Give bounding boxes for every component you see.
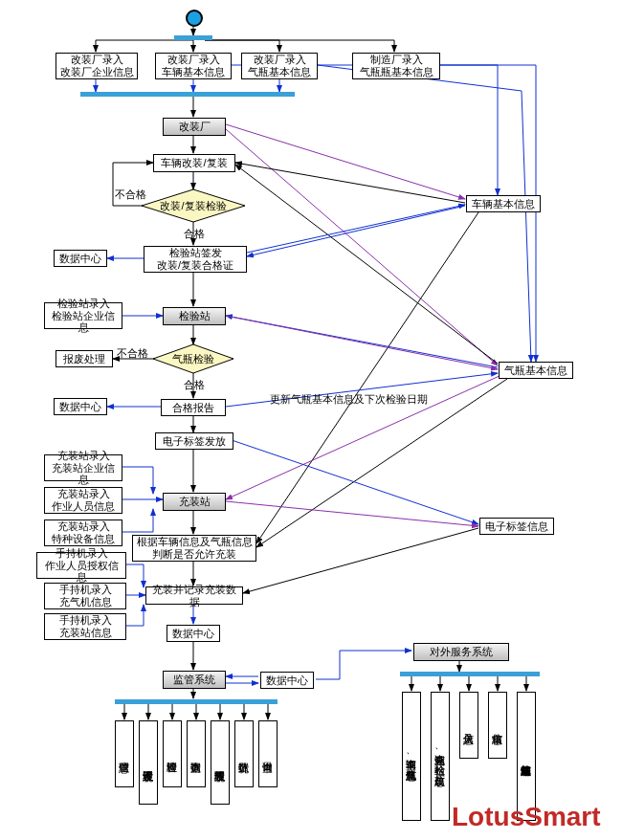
label: 充装站录入充装站企业信息 (48, 450, 119, 486)
label: 数据中心 (59, 401, 101, 413)
fork-ext (400, 672, 540, 676)
datacenter-4: 数据中心 (260, 672, 314, 689)
svg-line-38 (243, 528, 478, 593)
label: 车辆改装/复装 (161, 157, 227, 169)
cert-issue: 检验站签发改装/复装合格证 (144, 246, 247, 273)
label: 检验站 (179, 310, 211, 322)
label: 监管系统 (173, 674, 215, 686)
ext-item-enter: 录入信息 (459, 692, 478, 759)
label: 改装/复装检验 (160, 199, 226, 213)
edge-label-pass-1: 合格 (184, 227, 205, 241)
label: 对外服务系统 (430, 646, 493, 658)
factory-node: 改装厂 (163, 118, 226, 136)
label: 手持机录入充气机信息 (59, 584, 112, 608)
fork-bar-top (174, 35, 212, 40)
input-vehicle-basic: 改装厂录入车辆基本信息 (155, 53, 232, 79)
svg-line-31 (256, 212, 478, 543)
datacenter-1: 数据中心 (54, 250, 107, 267)
svg-line-39 (226, 501, 478, 526)
fill-input-equip: 充装站录入特种设备信息 (44, 519, 122, 546)
ext-item-qstation: 查询充装站、检验站、改装厂信息 (431, 692, 450, 821)
fill-station: 充装站 (163, 493, 226, 511)
label: 充装站 (179, 496, 211, 508)
svg-line-41 (247, 205, 465, 253)
fill-input-worker: 充装站录入作业人员信息 (44, 487, 122, 514)
svg-line-40 (226, 316, 498, 369)
edge-label-pass-2: 合格 (184, 378, 205, 392)
label: 气瓶基本信息 (504, 365, 567, 377)
svg-line-37 (232, 440, 478, 524)
label: 改装厂录入车辆基本信息 (162, 54, 225, 77)
external-service: 对外服务系统 (413, 643, 509, 661)
qual-report: 合格报告 (161, 399, 226, 416)
watermark: LotusSmart (452, 802, 601, 832)
svg-line-30 (247, 206, 465, 256)
label: 改装厂 (179, 121, 211, 133)
ext-item-audit: 审核信息 (488, 692, 507, 759)
sup-item-daily: 日常查询 (258, 720, 278, 787)
hand-input-auth: 手持机录入作业人员授权信息 (36, 552, 126, 579)
input-cylinder-basic: 改装厂录入气瓶基本信息 (241, 53, 318, 79)
label: 根据车辆信息及气瓶信息判断是否允许充装 (137, 536, 253, 560)
hand-input-station: 手持机录入充装站信息 (44, 613, 126, 640)
vehicle-info-box: 车辆基本信息 (466, 195, 541, 212)
ext-item-qvehicle: 查询车辆、气瓶充装信息 (402, 692, 421, 821)
label: 检验站签发改装/复装合格证 (157, 247, 233, 271)
label: 查询车辆、气瓶充装信息 (406, 751, 418, 762)
label: 手持机录入充装站信息 (59, 614, 112, 638)
sup-item-perm: 系统权限管理 (211, 720, 230, 805)
etag-info-box: 电子标签信息 (479, 518, 554, 535)
hand-input-machine: 手持机录入充气机信息 (44, 583, 126, 609)
datacenter-3: 数据中心 (167, 625, 220, 642)
label: 充装并记录充装数据 (149, 584, 239, 608)
label: 电子标签发放 (163, 435, 226, 448)
fill-record: 充装并记录充装数据 (145, 586, 243, 605)
scrap: 报废处理 (56, 350, 113, 367)
edge-label-fail-1: 不合格 (115, 188, 146, 202)
label: 报废处理 (63, 353, 105, 365)
label: 检验站录入检验站企业信息 (48, 298, 119, 334)
edge-update-note: 更新气瓶基本信息及下次检验日期 (270, 392, 428, 407)
sup-item-patrol: 巡检管理 (163, 720, 182, 787)
label: 充装站录入作业人员信息 (52, 488, 115, 512)
svg-line-29 (235, 163, 465, 203)
join-bar-top (80, 92, 295, 97)
supervise-system: 监管系统 (163, 671, 226, 689)
input-factory-enterprise: 改装厂录入改装厂企业信息 (56, 53, 138, 79)
label: 改装厂录入改装厂企业信息 (60, 54, 134, 77)
label: 气瓶检验 (172, 352, 214, 366)
label: 数据中心 (266, 674, 308, 687)
label: 充装站录入特种设备信息 (52, 520, 115, 544)
label: 电子标签信息 (485, 520, 548, 533)
svg-line-28 (226, 129, 498, 365)
label: 制造厂录入气瓶瓶基本信息 (360, 54, 433, 77)
vehicle-modification: 车辆改装/复装 (153, 154, 235, 172)
fork-supervise (115, 699, 278, 704)
label: 数据中心 (172, 628, 214, 640)
label: 手持机录入作业人员授权信息 (40, 547, 122, 584)
sup-item-info: 信息管理 (115, 720, 134, 787)
etag-issue: 电子标签发放 (155, 432, 233, 450)
cylinder-info-box: 气瓶基本信息 (499, 362, 573, 379)
sup-item-query: 数据查询 (187, 720, 206, 787)
label: 车辆基本信息 (472, 198, 535, 210)
sup-item-stat: 数据统计 (234, 720, 254, 787)
label: 改装厂录入气瓶基本信息 (248, 54, 311, 77)
start-node (186, 10, 203, 27)
svg-line-27 (226, 124, 465, 199)
edge-label-fail-2: 不合格 (117, 346, 148, 361)
decision-mod-inspection: 改装/复装检验 (142, 189, 245, 222)
fill-check: 根据车辆信息及气瓶信息判断是否允许充装 (132, 535, 256, 562)
label: 查询充装站、检验站、改装厂信息 (434, 746, 447, 767)
label: 合格报告 (172, 402, 214, 414)
input-manufacturer-cylinder: 制造厂录入气瓶瓶基本信息 (352, 53, 440, 79)
label: 数据中心 (59, 253, 101, 265)
decision-cylinder-inspection: 气瓶检验 (153, 344, 233, 373)
sup-item-sysset: 系统设置管理 (139, 720, 158, 805)
datacenter-2: 数据中心 (54, 398, 107, 415)
insp-enter: 检验站录入检验站企业信息 (44, 302, 122, 329)
inspection-station: 检验站 (163, 307, 226, 325)
svg-line-33 (235, 165, 498, 364)
fill-input-enterprise: 充装站录入充装站企业信息 (44, 454, 122, 481)
